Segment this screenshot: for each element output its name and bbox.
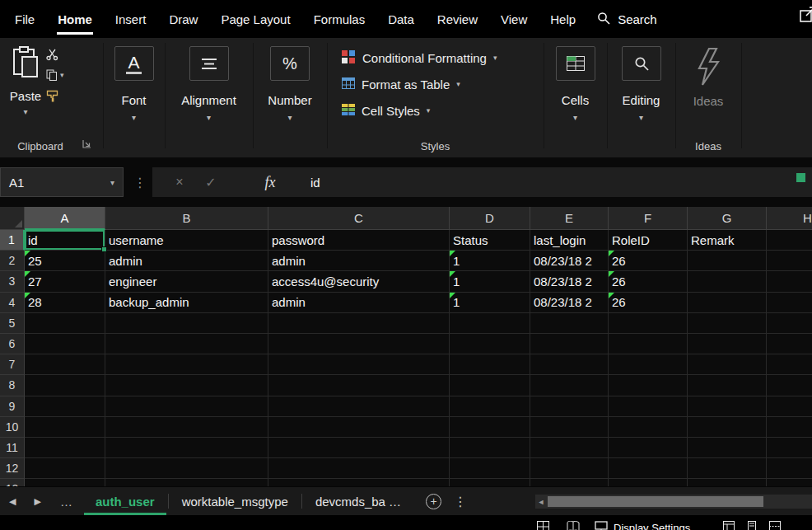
column-header-E[interactable]: E (530, 207, 609, 230)
cell-E10[interactable] (530, 417, 609, 438)
column-header-H[interactable]: H (767, 207, 812, 230)
menu-tab-formulas[interactable]: Formulas (302, 0, 377, 38)
view-page-layout-icon[interactable] (746, 521, 758, 530)
cell-A10[interactable] (25, 417, 105, 438)
cell-A5[interactable] (25, 313, 105, 334)
cell-B11[interactable] (105, 438, 268, 458)
cell-A3[interactable]: 27 (25, 271, 105, 292)
cell-A11[interactable] (25, 438, 105, 458)
cell-G3[interactable] (688, 271, 767, 292)
cell-F13[interactable] (609, 479, 688, 486)
cell-B1[interactable]: username (105, 230, 268, 251)
cell-G6[interactable] (688, 334, 767, 354)
cell-D8[interactable] (450, 375, 530, 396)
cell-E13[interactable] (530, 479, 609, 486)
horizontal-scrollbar[interactable]: ◄ (535, 495, 812, 509)
cell-D4[interactable]: 1 (450, 293, 530, 313)
cell-G4[interactable] (688, 293, 767, 313)
cell-H12[interactable] (767, 458, 812, 479)
column-header-C[interactable]: C (268, 207, 450, 230)
cell-B13[interactable] (105, 479, 268, 486)
sheet-tab-worktable_msgtype[interactable]: worktable_msgtype (169, 487, 301, 515)
cell-C1[interactable]: password (268, 230, 450, 251)
ideas-button[interactable]: Ideas (675, 48, 741, 108)
cell-D12[interactable] (450, 458, 530, 479)
format-painter-button[interactable] (46, 89, 64, 102)
cell-G12[interactable] (688, 458, 767, 479)
sheet-nav-right-icon[interactable]: ▶ (25, 496, 49, 507)
cell-H11[interactable] (767, 438, 812, 458)
cell-D9[interactable] (450, 396, 530, 417)
tabbar-more-icon[interactable]: ⋮ (454, 494, 467, 509)
select-all-corner[interactable] (0, 207, 25, 230)
cell-A8[interactable] (25, 375, 105, 396)
menu-tab-draw[interactable]: Draw (157, 0, 209, 38)
cell-C13[interactable] (268, 479, 450, 486)
cell-C11[interactable] (268, 438, 450, 458)
cell-G7[interactable] (688, 354, 767, 375)
cell-F5[interactable] (609, 313, 688, 334)
cell-D10[interactable] (450, 417, 530, 438)
cell-A6[interactable] (25, 334, 105, 354)
row-header-4[interactable]: 4 (0, 293, 25, 313)
cell-E11[interactable] (530, 438, 609, 458)
cell-E1[interactable]: last_login (530, 230, 609, 251)
cell-A9[interactable] (25, 396, 105, 417)
row-header-1[interactable]: 1 (0, 230, 25, 251)
sheet-nav-left-icon[interactable]: ◀ (0, 496, 25, 507)
display-settings-button[interactable]: Display Settings (595, 521, 690, 530)
cell-styles-button[interactable]: Cell Styles ▾ (342, 101, 544, 120)
name-box-caret-icon[interactable]: ▾ (110, 178, 114, 187)
cell-F9[interactable] (609, 396, 688, 417)
scrollbar-thumb[interactable] (548, 496, 763, 507)
cell-F10[interactable] (609, 417, 688, 438)
cell-H8[interactable] (767, 375, 812, 396)
formula-input[interactable]: id (310, 176, 320, 190)
alignment-caret-icon[interactable]: ▾ (207, 113, 211, 122)
column-header-B[interactable]: B (105, 207, 268, 230)
cell-G8[interactable] (688, 375, 767, 396)
cell-H10[interactable] (767, 417, 812, 438)
menu-tab-page-layout[interactable]: Page Layout (209, 0, 301, 38)
cell-C4[interactable]: admin (268, 293, 450, 313)
view-page-break-icon[interactable] (769, 521, 781, 530)
cell-B5[interactable] (105, 313, 268, 334)
ribbon-group-editing[interactable]: Editing ▾ (607, 38, 675, 157)
cell-B12[interactable] (105, 458, 268, 479)
status-grid-icon[interactable] (537, 521, 549, 530)
name-box[interactable]: A1 ▾ (0, 167, 124, 197)
cancel-icon[interactable]: × (164, 175, 195, 190)
cell-A4[interactable]: 28 (25, 293, 105, 313)
cell-B6[interactable] (105, 334, 268, 354)
cell-F12[interactable] (609, 458, 688, 479)
cell-C9[interactable] (268, 396, 450, 417)
row-header-3[interactable]: 3 (0, 271, 25, 292)
cell-B7[interactable] (105, 354, 268, 375)
menu-tab-file[interactable]: File (3, 0, 46, 38)
cell-D1[interactable]: Status (450, 230, 530, 251)
cell-B3[interactable]: engineer (105, 271, 268, 292)
cell-H1[interactable] (767, 230, 812, 251)
menu-tab-home[interactable]: Home (46, 0, 104, 38)
cell-C3[interactable]: access4u@security (268, 271, 450, 292)
cell-H7[interactable] (767, 354, 812, 375)
cells-caret-icon[interactable]: ▾ (573, 113, 577, 122)
cell-B8[interactable] (105, 375, 268, 396)
row-header-8[interactable]: 8 (0, 375, 25, 396)
row-header-9[interactable]: 9 (0, 396, 25, 417)
sheet-tab-auth_user[interactable]: auth_user (82, 487, 168, 515)
cell-C2[interactable]: admin (268, 251, 450, 271)
formula-bar-more-icon[interactable]: ⋮ (133, 167, 147, 197)
format-as-table-button[interactable]: Format as Table ▾ (342, 75, 544, 93)
cell-D6[interactable] (450, 334, 530, 354)
row-header-5[interactable]: 5 (0, 313, 25, 334)
row-header-7[interactable]: 7 (0, 354, 25, 375)
cut-button[interactable] (46, 48, 64, 61)
menu-tab-help[interactable]: Help (539, 0, 587, 38)
column-header-D[interactable]: D (450, 207, 530, 230)
cell-E2[interactable]: 08/23/18 2 (530, 251, 609, 271)
cell-F4[interactable]: 26 (609, 293, 688, 313)
cell-D2[interactable]: 1 (450, 251, 530, 271)
cell-E4[interactable]: 08/23/18 2 (530, 293, 609, 313)
ribbon-group-alignment[interactable]: Alignment ▾ (165, 38, 253, 157)
